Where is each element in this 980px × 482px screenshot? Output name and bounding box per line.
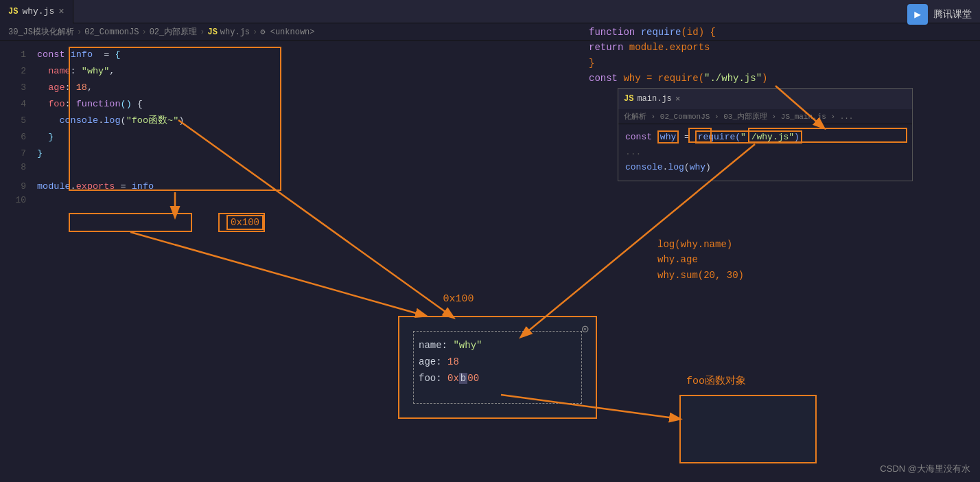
memory-address-label: 0x100 bbox=[443, 293, 474, 305]
annotation-require-line2: return module.exports bbox=[589, 40, 767, 55]
foo-function-box bbox=[679, 395, 817, 463]
code-line-1: 1 const info = { bbox=[0, 47, 377, 63]
annotation-require-line4: const why = require("./why.js") bbox=[589, 71, 767, 86]
memory-box: ⊙ name: "why" age: 18 foo: 0xb00 bbox=[398, 316, 597, 419]
code-line-2: 2 name: "why", bbox=[0, 63, 377, 80]
inner-dashed-box bbox=[413, 331, 582, 404]
annotation-log: log(why.name) why.age why.sum(20, 30) bbox=[657, 237, 744, 283]
popup-why-highlight: why bbox=[657, 130, 679, 144]
code-line-9: 9 module.exports = info bbox=[0, 179, 377, 195]
annotation-require-line3: } bbox=[589, 56, 767, 71]
annotation-foo-label: foo函数对象 bbox=[686, 374, 746, 390]
code-line-5: 5 console.log("foo函数~") bbox=[0, 113, 377, 129]
close-icon[interactable]: × bbox=[58, 6, 64, 17]
annotation-0x100: 0x100 bbox=[424, 292, 493, 308]
popup-editor-main-js: JS main.js × 化解析 › 02_CommonJS › 03_内部原理… bbox=[618, 88, 913, 181]
popup-tab-mainjs[interactable]: JS main.js × bbox=[624, 94, 681, 104]
popup-ellipsis: ... bbox=[625, 145, 905, 160]
breadcrumb-js: JS bbox=[207, 27, 217, 37]
breadcrumb-part1: 30_JS模块化解析 bbox=[8, 26, 74, 38]
popup-tab-filename: main.js bbox=[637, 94, 671, 104]
popup-require-highlight: require("./why.js") bbox=[695, 130, 802, 144]
popup-close-icon[interactable]: × bbox=[675, 94, 681, 104]
code-line-4: 4 foo: function() { bbox=[0, 96, 377, 113]
tencent-text: 腾讯课堂 bbox=[933, 8, 972, 21]
breadcrumb-part3: 02_内部原理 bbox=[150, 26, 198, 38]
breadcrumb: 30_JS模块化解析 › 02_CommonJS › 02_内部原理 › JS … bbox=[0, 23, 980, 41]
annotation-log-line3: why.sum(20, 30) bbox=[657, 268, 744, 283]
resize-icon: ⊙ bbox=[581, 321, 589, 336]
code-line-6: 6 } bbox=[0, 129, 377, 146]
annotation-log-line2: why.age bbox=[657, 252, 744, 267]
code-line-8: 8 bbox=[0, 162, 377, 179]
breadcrumb-file: why.js bbox=[220, 27, 250, 37]
code-line-3: 3 age: 18, bbox=[0, 80, 377, 96]
csdn-watermark: CSDN @大海里没有水 bbox=[880, 463, 970, 475]
annotation-log-line1: log(why.name) bbox=[657, 237, 744, 252]
code-line-7: 7 } bbox=[0, 146, 377, 162]
tab-filename: why.js bbox=[22, 6, 54, 16]
tencent-icon: ▶ bbox=[907, 4, 928, 25]
editor-area: 1 const info = { 2 name: "why", 3 age: 1… bbox=[0, 41, 377, 482]
js-badge: JS bbox=[8, 7, 18, 16]
popup-js-badge: JS bbox=[624, 94, 633, 104]
breadcrumb-part2: 02_CommonJS bbox=[84, 27, 139, 37]
popup-code: const why = require("./why.js") ... cons… bbox=[618, 124, 912, 181]
tencent-logo: ▶ 腾讯课堂 bbox=[907, 4, 972, 25]
popup-breadcrumb: 化解析 › 02_CommonJS › 03_内部原理 › JS_main.js… bbox=[618, 109, 912, 124]
foo-label-text: foo函数对象 bbox=[686, 376, 746, 387]
tab-why-js[interactable]: JS why.js × bbox=[0, 0, 73, 23]
popup-line3: console.log(why) bbox=[625, 160, 905, 175]
code-line-10: 10 bbox=[0, 195, 377, 211]
popup-line1: const why = require("./why.js") bbox=[625, 130, 905, 145]
breadcrumb-unknown: ⚙ <unknown> bbox=[260, 27, 314, 37]
tab-bar: JS why.js × ▶ 腾讯课堂 bbox=[0, 0, 980, 23]
popup-tab-bar: JS main.js × bbox=[618, 89, 912, 109]
